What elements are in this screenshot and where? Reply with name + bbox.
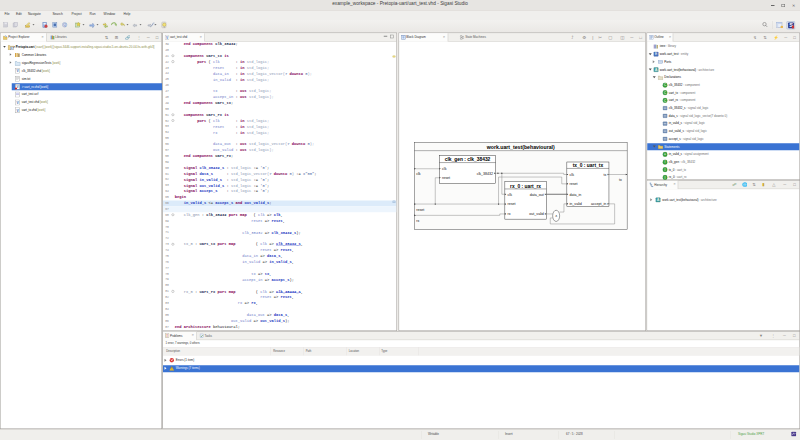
svg-text:I: I: [665, 160, 666, 164]
svg-text:rx_0 : uart_rx: rx_0 : uart_rx: [510, 184, 541, 189]
svg-text:clk: clk: [508, 193, 513, 197]
svg-text:reset: reset: [570, 182, 578, 186]
svg-text:reset: reset: [508, 202, 516, 206]
svg-text:!: !: [171, 367, 172, 371]
svg-text:data_in: data_in: [570, 193, 582, 197]
svg-text:clk: clk: [416, 172, 421, 176]
svg-text:accept_in: accept_in: [591, 202, 606, 206]
svg-text:in_valid: in_valid: [570, 202, 582, 206]
svg-text:out_valid: out_valid: [529, 212, 543, 216]
svg-text:tx: tx: [619, 178, 622, 182]
svg-text:Q: Q: [63, 23, 66, 27]
svg-text:clk: clk: [570, 173, 575, 177]
svg-text:I: I: [665, 168, 666, 172]
svg-text:clk_gen : clk_38432: clk_gen : clk_38432: [445, 157, 491, 162]
svg-text:reset: reset: [442, 176, 450, 180]
svg-text:!: !: [167, 334, 168, 338]
svg-text:rx: rx: [416, 219, 419, 223]
svg-text:tx_0 : uart_tx: tx_0 : uart_tx: [573, 163, 604, 168]
svg-text:data_out: data_out: [530, 193, 544, 197]
svg-text:clk_38432: clk_38432: [477, 172, 493, 176]
svg-text:clk: clk: [442, 167, 447, 171]
svg-text:=: =: [664, 152, 666, 156]
svg-text:rx: rx: [508, 212, 511, 216]
svg-text:work.uart_test(behavioural): work.uart_test(behavioural): [486, 144, 555, 150]
svg-text:reset: reset: [416, 208, 424, 212]
svg-text:tx: tx: [604, 173, 607, 177]
